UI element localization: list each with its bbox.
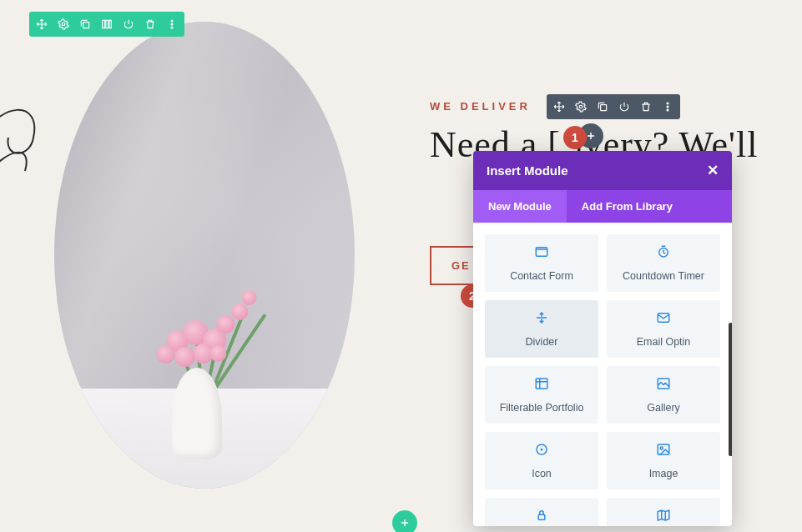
step-badge-1: 1: [563, 126, 587, 149]
svg-point-7: [171, 27, 173, 28]
close-icon[interactable]: ✕: [707, 162, 719, 179]
columns-icon[interactable]: [98, 15, 116, 33]
move-icon[interactable]: [550, 98, 568, 116]
module-card-image[interactable]: Image: [607, 432, 720, 489]
tab-new-module[interactable]: New Module: [473, 190, 567, 223]
module-card-label: Divider: [526, 336, 558, 348]
svg-point-10: [667, 103, 668, 104]
login-icon: [492, 508, 592, 526]
module-card-login[interactable]: Login: [485, 498, 598, 526]
svg-point-11: [667, 106, 668, 108]
modal-tabs: New Module Add From Library: [473, 190, 732, 223]
module-toolbar: [547, 94, 680, 119]
duplicate-icon[interactable]: [76, 15, 94, 33]
countdown-timer-icon: [613, 244, 714, 263]
module-card-label: Countdown Timer: [623, 270, 704, 282]
svg-rect-3: [106, 20, 108, 28]
map-icon: [613, 508, 714, 526]
power-icon[interactable]: [119, 15, 138, 33]
svg-point-12: [667, 109, 668, 111]
modal-title: Insert Module: [487, 163, 568, 178]
hero-image: [54, 22, 355, 489]
module-card-email-optin[interactable]: Email Optin: [607, 300, 720, 358]
svg-point-6: [171, 23, 173, 25]
svg-point-0: [62, 23, 65, 26]
svg-rect-2: [103, 20, 105, 28]
module-card-label: Filterable Portfolio: [500, 402, 584, 414]
module-card-label: Email Optin: [637, 336, 691, 348]
add-section-button[interactable]: [392, 510, 417, 532]
modal-header: Insert Module ✕: [473, 151, 732, 190]
module-card-filterable-portfolio[interactable]: Filterable Portfolio: [485, 366, 598, 424]
svg-point-8: [579, 105, 583, 108]
svg-rect-22: [538, 514, 545, 519]
svg-point-5: [171, 20, 173, 22]
module-card-map[interactable]: Map: [607, 498, 720, 526]
svg-rect-4: [109, 20, 111, 28]
module-card-label: Icon: [532, 468, 552, 479]
icon-icon: [492, 442, 592, 460]
gallery-icon: [613, 376, 714, 394]
module-card-label: Contact Form: [510, 270, 573, 282]
gear-icon[interactable]: [572, 98, 590, 116]
module-list[interactable]: Contact FormCountdown TimerDividerEmail …: [473, 223, 732, 526]
module-card-divider[interactable]: Divider: [485, 300, 598, 358]
module-card-label: Gallery: [647, 402, 680, 414]
svg-rect-20: [658, 444, 669, 454]
svg-point-19: [541, 449, 543, 451]
divider-icon: [492, 310, 592, 329]
svg-point-21: [660, 447, 663, 449]
image-icon: [613, 442, 714, 460]
module-card-gallery[interactable]: Gallery: [607, 366, 720, 424]
svg-rect-16: [536, 379, 547, 389]
svg-rect-9: [601, 105, 607, 111]
kicker-text: WE DELIVER: [430, 100, 531, 113]
module-card-countdown-timer[interactable]: Countdown Timer: [607, 234, 720, 292]
contact-form-icon: [492, 244, 592, 263]
power-icon[interactable]: [615, 98, 633, 116]
tab-add-from-library[interactable]: Add From Library: [567, 190, 688, 223]
section-toolbar: [29, 12, 184, 37]
scrollbar-thumb[interactable]: [729, 323, 732, 456]
insert-module-modal: Insert Module ✕ New Module Add From Libr…: [473, 151, 732, 526]
email-optin-icon: [613, 310, 714, 329]
gear-icon[interactable]: [54, 15, 73, 33]
module-card-icon[interactable]: Icon: [485, 432, 598, 489]
move-icon[interactable]: [33, 15, 51, 33]
svg-rect-1: [83, 23, 89, 28]
duplicate-icon[interactable]: [593, 98, 612, 116]
module-card-contact-form[interactable]: Contact Form: [485, 234, 598, 292]
more-icon[interactable]: [163, 15, 181, 33]
module-card-label: Image: [649, 468, 678, 479]
trash-icon[interactable]: [141, 15, 159, 33]
portfolio-icon: [492, 376, 592, 394]
trash-icon[interactable]: [637, 98, 655, 116]
more-icon[interactable]: [658, 98, 677, 116]
